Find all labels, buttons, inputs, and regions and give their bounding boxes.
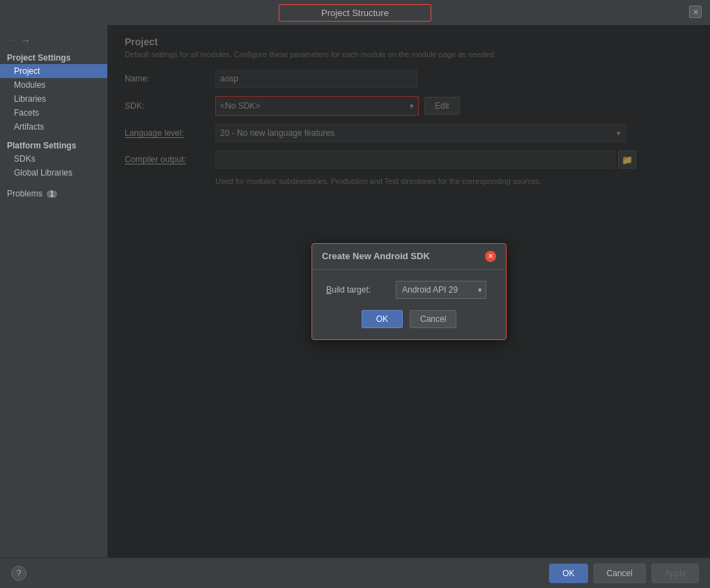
ok-button[interactable]: OK: [549, 564, 587, 583]
build-target-select[interactable]: Android API 29 Android API 30 Android AP…: [396, 281, 486, 299]
modal-close-button[interactable]: ✕: [485, 251, 496, 262]
sidebar-item-facets[interactable]: Facets: [0, 106, 107, 120]
sidebar-item-modules-label: Modules: [14, 80, 45, 90]
sidebar-item-sdks[interactable]: SDKs: [0, 152, 107, 166]
build-target-row: Build target: Android API 29 Android API…: [326, 281, 492, 299]
sidebar-item-modules[interactable]: Modules: [0, 78, 107, 92]
nav-arrows: ← →: [0, 31, 107, 50]
modal-title-bar: Create New Android SDK ✕: [312, 244, 506, 270]
modal-title: Create New Android SDK: [322, 251, 430, 261]
sidebar-item-libraries[interactable]: Libraries: [0, 92, 107, 106]
modal-body: Build target: Android API 29 Android API…: [312, 270, 506, 339]
sidebar-item-sdks-label: SDKs: [14, 154, 36, 164]
apply-button[interactable]: Apply: [651, 564, 699, 583]
content-area: Project Default settings for all modules…: [108, 25, 710, 557]
back-arrow[interactable]: ←: [7, 35, 17, 46]
sidebar-item-libraries-label: Libraries: [14, 94, 46, 104]
sidebar-item-global-libraries-label: Global Libraries: [14, 168, 72, 178]
cancel-button[interactable]: Cancel: [594, 564, 646, 583]
dialog-title: Project Structure: [279, 4, 431, 22]
project-settings-label: Project Settings: [0, 50, 107, 64]
build-underline-char: B: [326, 285, 332, 295]
sidebar-divider2: [0, 180, 107, 184]
sidebar-item-project[interactable]: Project: [0, 64, 107, 78]
build-label-rest: uild target:: [332, 285, 371, 295]
forward-arrow[interactable]: →: [21, 35, 31, 46]
sidebar-item-artifacts-label: Artifacts: [14, 122, 44, 132]
modal-actions: OK Cancel: [326, 310, 492, 328]
build-target-select-wrapper: Android API 29 Android API 30 Android AP…: [396, 281, 486, 299]
sidebar-item-artifacts[interactable]: Artifacts: [0, 120, 107, 134]
main-layout: ← → Project Settings Project Modules Lib…: [0, 25, 710, 557]
modal-ok-button[interactable]: OK: [362, 310, 403, 328]
problems-label: Problems: [7, 189, 43, 199]
platform-settings-label: Platform Settings: [0, 138, 107, 152]
close-button[interactable]: ✕: [689, 6, 702, 18]
title-bar: Project Structure ✕: [0, 0, 710, 25]
modal-overlay: Create New Android SDK ✕ Build target: A…: [108, 25, 710, 557]
create-sdk-modal: Create New Android SDK ✕ Build target: A…: [311, 243, 507, 340]
sidebar: ← → Project Settings Project Modules Lib…: [0, 25, 108, 557]
sidebar-item-facets-label: Facets: [14, 108, 39, 118]
problems-badge: 1: [47, 190, 58, 198]
sidebar-item-global-libraries[interactable]: Global Libraries: [0, 166, 107, 180]
modal-cancel-button[interactable]: Cancel: [410, 310, 456, 328]
sidebar-problems[interactable]: Problems 1: [0, 187, 107, 201]
build-target-label: Build target:: [326, 285, 389, 295]
help-button[interactable]: ?: [11, 566, 26, 581]
sidebar-item-project-label: Project: [14, 66, 40, 76]
bottom-bar: ? OK Cancel Apply: [0, 557, 710, 588]
